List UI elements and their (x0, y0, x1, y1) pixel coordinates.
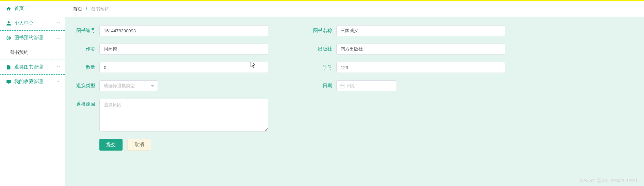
date-placeholder: 日期 (347, 83, 356, 89)
input-qty[interactable] (99, 62, 268, 73)
breadcrumb-current: 图书预约 (91, 6, 110, 12)
label-return-type: 退换类型 (72, 80, 99, 89)
form-group-return-type: 退换类型 请选择退换类型 (72, 80, 158, 91)
chevron-down-icon: ﹀ (57, 64, 61, 70)
label-book-no: 图书编号 (72, 25, 99, 34)
main-content: 首页 / 图书预约 图书编号 图书名称 作者 (65, 0, 644, 186)
form-group-book-no: 图书编号 (72, 25, 268, 36)
input-student-no[interactable] (336, 62, 505, 73)
monitor-icon (5, 79, 12, 85)
form-group-student-no: 学号 (309, 62, 505, 73)
select-return-type[interactable]: 请选择退换类型 (99, 80, 158, 91)
label-reason: 退换原因 (72, 99, 99, 107)
chevron-up-icon: ︿ (57, 35, 61, 41)
form-group-publisher: 出版社 (309, 44, 505, 55)
input-author[interactable] (99, 44, 268, 55)
submit-button[interactable]: 提交 (99, 139, 123, 151)
sidebar-item-label: 我的收藏管理 (14, 79, 43, 85)
button-row: 提交 取消 (72, 139, 637, 151)
breadcrumb-home[interactable]: 首页 (73, 6, 82, 12)
label-author: 作者 (72, 44, 99, 52)
sidebar-item-label: 图书预约管理 (14, 35, 43, 41)
sidebar-item-label: 退换图书管理 (14, 64, 43, 70)
label-student-no: 学号 (309, 62, 336, 71)
label-qty: 数量 (72, 62, 99, 71)
datepicker-date[interactable]: 日期 (336, 80, 397, 91)
svg-rect-3 (340, 84, 344, 88)
sidebar-item-return-mgmt[interactable]: 退换图书管理 ﹀ (0, 60, 65, 75)
svg-point-1 (8, 37, 10, 39)
sidebar-item-home[interactable]: 首页 (0, 1, 65, 16)
file-icon (5, 64, 12, 70)
sidebar-item-book-reservation[interactable]: 图书预约 (0, 45, 65, 60)
grid-icon (5, 35, 12, 41)
select-placeholder: 请选择退换类型 (104, 83, 135, 89)
sidebar-item-personal-center[interactable]: 个人中心 ﹀ (0, 16, 65, 31)
home-icon (5, 5, 12, 12)
sidebar-item-label: 首页 (14, 5, 24, 12)
sidebar: 首页 个人中心 ﹀ 图书预约管理 ︿ 图书预约 退换图书管理 ﹀ (0, 0, 65, 186)
sidebar-item-label: 个人中心 (14, 20, 33, 26)
textarea-reason[interactable] (99, 99, 268, 131)
input-book-name[interactable] (336, 25, 505, 36)
cancel-button[interactable]: 取消 (127, 139, 151, 151)
breadcrumb: 首页 / 图书预约 (65, 1, 644, 17)
sidebar-item-my-collection-mgmt[interactable]: 我的收藏管理 ﹀ (0, 75, 65, 89)
input-publisher[interactable] (336, 44, 505, 55)
label-publisher: 出版社 (309, 44, 336, 52)
form-group-date: 日期 日期 (309, 80, 397, 91)
calendar-icon (339, 83, 345, 90)
sidebar-item-book-reservation-mgmt[interactable]: 图书预约管理 ︿ (0, 31, 65, 45)
form-area: 图书编号 图书名称 作者 出版社 (65, 17, 644, 186)
chevron-down-icon: ﹀ (57, 79, 61, 85)
label-book-name: 图书名称 (309, 25, 336, 34)
svg-rect-2 (6, 80, 11, 83)
form-group-reason: 退换原因 (72, 99, 268, 131)
input-book-no[interactable] (99, 25, 268, 36)
watermark: CSDN @qq_834251331 (580, 177, 638, 183)
svg-point-0 (6, 36, 10, 40)
form-group-qty: 数量 (72, 62, 268, 73)
form-group-book-name: 图书名称 (309, 25, 505, 36)
user-icon (5, 20, 12, 26)
chevron-down-icon: ﹀ (57, 20, 61, 26)
sidebar-item-label: 图书预约 (10, 49, 29, 56)
top-accent-bar (0, 0, 644, 1)
breadcrumb-separator: / (86, 6, 87, 12)
form-group-author: 作者 (72, 44, 268, 55)
label-date: 日期 (309, 80, 336, 89)
